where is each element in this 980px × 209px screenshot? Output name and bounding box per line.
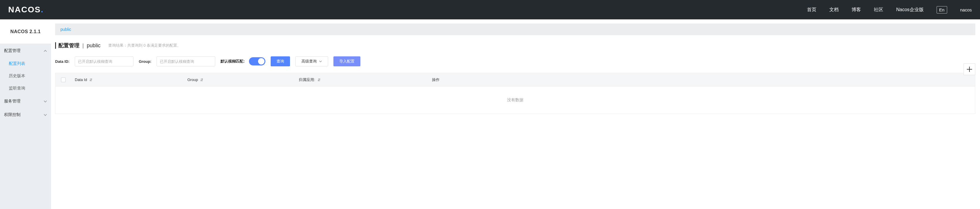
import-config-button[interactable]: 导入配置 bbox=[333, 56, 360, 66]
group-label: Group: bbox=[139, 59, 151, 64]
sidebar-group-service-label: 服务管理 bbox=[4, 99, 21, 104]
sort-icon bbox=[318, 78, 320, 81]
user-menu[interactable]: nacos bbox=[960, 7, 972, 12]
search-form: Data ID: Group: 默认模糊匹配: 查询 高级查询 导入配置 bbox=[55, 56, 975, 66]
sidebar-group-config-label: 配置管理 bbox=[4, 48, 21, 53]
nav-blog[interactable]: 博客 bbox=[851, 7, 861, 13]
logo-dot-icon: . bbox=[41, 5, 43, 14]
th-checkbox bbox=[56, 78, 71, 82]
header-nav: 首页 文档 博客 社区 Nacos企业版 En nacos bbox=[807, 6, 972, 13]
dataid-label: Data ID: bbox=[55, 59, 70, 64]
fuzzy-switch[interactable] bbox=[249, 57, 266, 65]
title-separator: | bbox=[83, 43, 84, 49]
namespace-bar: public bbox=[55, 24, 975, 35]
query-result-text: 查询结果：共查询到 0 条满足要求的配置。 bbox=[108, 43, 181, 48]
query-button[interactable]: 查询 bbox=[270, 56, 290, 66]
sidebar-item-listen[interactable]: 监听查询 bbox=[0, 82, 51, 94]
chevron-up-icon bbox=[44, 50, 47, 52]
chevron-down-icon bbox=[44, 114, 47, 116]
sort-icon bbox=[200, 78, 203, 81]
advanced-query-label: 高级查询 bbox=[301, 59, 317, 64]
th-app[interactable]: 归属应用: bbox=[299, 77, 431, 83]
sidebar-group-service[interactable]: 服务管理 bbox=[0, 94, 51, 108]
sidebar-item-config-list[interactable]: 配置列表 bbox=[0, 57, 51, 70]
th-operation-label: 操作 bbox=[432, 77, 439, 83]
main-content: public 配置管理 | public 查询结果：共查询到 0 条满足要求的配… bbox=[51, 19, 980, 209]
fuzzy-label: 默认模糊匹配: bbox=[221, 59, 245, 64]
table-empty-text: 没有数据 bbox=[56, 86, 975, 113]
th-app-label: 归属应用: bbox=[299, 77, 315, 83]
title-namespace: public bbox=[87, 43, 100, 49]
result-prefix: 查询结果：共查询到 bbox=[108, 43, 144, 48]
nav-docs[interactable]: 文档 bbox=[829, 7, 838, 13]
result-suffix: 条满足要求的配置。 bbox=[146, 43, 181, 48]
nav-home[interactable]: 首页 bbox=[807, 7, 816, 13]
fuzzy-toggle-group: 默认模糊匹配: bbox=[221, 57, 265, 65]
th-operation: 操作 bbox=[431, 77, 975, 83]
result-count: 0 bbox=[143, 43, 145, 48]
language-switch[interactable]: En bbox=[937, 6, 947, 13]
chevron-down-icon bbox=[44, 101, 47, 102]
sidebar-group-auth-label: 权限控制 bbox=[4, 112, 21, 117]
sidebar-group-config[interactable]: 配置管理 bbox=[0, 44, 51, 57]
table-header: Data Id Group 归属应用: bbox=[56, 73, 975, 86]
version-label: NACOS 2.1.1 bbox=[0, 19, 51, 44]
sort-icon bbox=[89, 78, 92, 81]
th-group[interactable]: Group bbox=[188, 78, 299, 82]
namespace-tab-public[interactable]: public bbox=[60, 27, 71, 32]
top-header: NACOS. 首页 文档 博客 社区 Nacos企业版 En nacos bbox=[0, 0, 980, 19]
select-all-checkbox[interactable] bbox=[61, 78, 66, 82]
chevron-down-icon bbox=[319, 61, 322, 62]
th-dataid-label: Data Id bbox=[75, 78, 87, 82]
nav-enterprise[interactable]: Nacos企业版 bbox=[896, 7, 923, 13]
sidebar-item-history[interactable]: 历史版本 bbox=[0, 70, 51, 82]
config-table: Data Id Group 归属应用: bbox=[55, 73, 975, 114]
dataid-input[interactable] bbox=[75, 56, 134, 66]
logo-text: NACOS bbox=[8, 5, 41, 14]
title-row: 配置管理 | public 查询结果：共查询到 0 条满足要求的配置。 bbox=[55, 42, 975, 49]
th-dataid[interactable]: Data Id bbox=[71, 78, 188, 82]
plus-icon bbox=[966, 66, 973, 72]
sidebar-group-auth[interactable]: 权限控制 bbox=[0, 108, 51, 121]
group-input[interactable] bbox=[157, 56, 215, 66]
logo[interactable]: NACOS. bbox=[8, 5, 43, 14]
add-config-button[interactable] bbox=[964, 64, 975, 75]
page-title: 配置管理 bbox=[58, 42, 80, 49]
advanced-query-button[interactable]: 高级查询 bbox=[295, 56, 328, 66]
th-group-label: Group bbox=[188, 78, 198, 82]
nav-community[interactable]: 社区 bbox=[874, 7, 883, 13]
switch-knob-icon bbox=[258, 58, 264, 65]
sidebar: NACOS 2.1.1 配置管理 配置列表 历史版本 监听查询 服务管理 权限控… bbox=[0, 19, 51, 209]
